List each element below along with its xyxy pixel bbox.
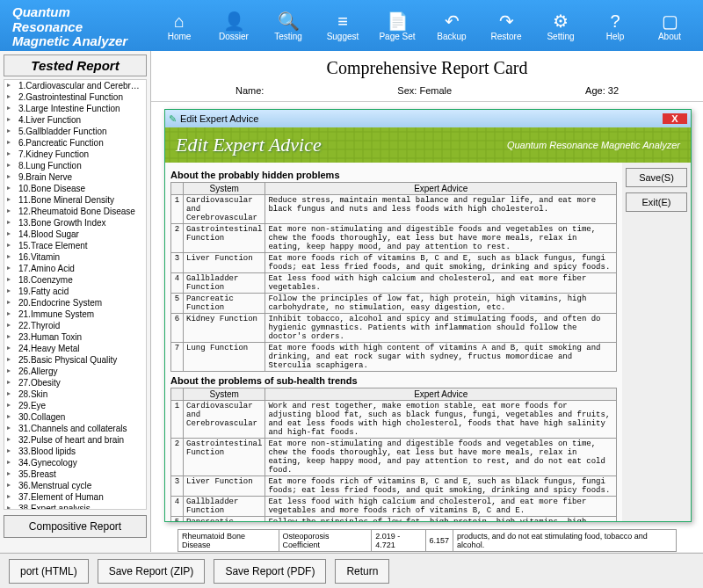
backup-icon: ↶ — [427, 11, 476, 32]
tree-item[interactable]: 17.Amino Acid — [4, 263, 146, 274]
tree-item[interactable]: 1.Cardiovascular and Cerebrovasc — [4, 80, 146, 91]
table-row[interactable]: 2Gastrointestinal FunctionEat more non-s… — [171, 439, 617, 476]
footer-bar: port (HTML) Save Report (ZIP) Save Repor… — [0, 553, 703, 588]
dialog-title-text: Edit Expert Advice — [180, 113, 258, 124]
table-row[interactable]: 3Liver FunctionEat more foods rich of vi… — [171, 253, 617, 273]
tree-item[interactable]: 12.Rheumatoid Bone Disease — [4, 206, 146, 217]
sidebar-title: Tested Report — [4, 54, 147, 76]
app-title: Quantum Resonance Magnetic Analyzer — [12, 5, 142, 49]
table-row[interactable]: 5Pancreatic FunctionFollow the principle… — [171, 517, 617, 522]
nav-restore[interactable]: ↷Restore — [482, 11, 531, 41]
nav-setting[interactable]: ⚙Setting — [536, 11, 585, 41]
background-table: Rheumatoid Bone Disease Osteoporosis Coe… — [178, 529, 677, 552]
tree-item[interactable]: 2.Gastrointestinal Function — [4, 91, 146, 103]
edit-expert-advice-dialog: ✎ Edit Expert Advice X Edit Expert Advic… — [164, 109, 692, 522]
dialog-content: About the probably hidden problems Syste… — [165, 163, 622, 521]
tree-item[interactable]: 19.Fatty acid — [4, 286, 146, 297]
tree-item[interactable]: 4.Liver Function — [4, 114, 146, 126]
save-pdf-button[interactable]: Save Report (PDF) — [214, 559, 326, 584]
compositive-report-button[interactable]: Compositive Report — [4, 515, 147, 538]
tree-item[interactable]: 3.Large Intestine Function — [4, 103, 146, 114]
table-row[interactable]: 1Cardiovascular and CerebrovascularWork … — [171, 401, 617, 439]
sidebar: Tested Report 1.Cardiovascular and Cereb… — [0, 51, 151, 552]
tree-item[interactable]: 26.Allergy — [4, 366, 146, 377]
banner-subtitle: Quantum Resonance Magnetic Analyzer — [507, 140, 680, 150]
home-icon: ⌂ — [155, 11, 204, 32]
card-title: Comprehensive Report Card — [151, 51, 703, 85]
tree-item[interactable]: 8.Lung Function — [4, 160, 146, 171]
dialog-titlebar[interactable]: ✎ Edit Expert Advice X — [165, 110, 691, 127]
save-button[interactable]: Save(S) — [626, 168, 687, 187]
name-label: Name: — [236, 85, 264, 96]
dialog-icon: ✎ — [169, 113, 177, 125]
top-bar: Quantum Resonance Magnetic Analyzer Vers… — [0, 0, 703, 51]
table-row[interactable]: 5Pancreatic FunctionFollow the principle… — [171, 294, 617, 314]
table-row[interactable]: 2Gastrointestinal FunctionEat more non-s… — [171, 224, 617, 253]
tree-item[interactable]: 20.Endocrine System — [4, 297, 146, 309]
suggest-icon: ≡ — [318, 11, 367, 32]
nav-suggest[interactable]: ≡Suggest — [318, 11, 367, 41]
nav-dossier[interactable]: 👤Dossier — [209, 11, 258, 41]
save-zip-button[interactable]: Save Report (ZIP) — [98, 559, 206, 584]
tree-item[interactable]: 10.Bone Disease — [4, 183, 146, 194]
hidden-problems-table: SystemExpert Advice 1Cardiovascular and … — [170, 182, 617, 372]
tree-item[interactable]: 18.Coenzyme — [4, 274, 146, 286]
tree-item[interactable]: 27.Obesity — [4, 377, 146, 388]
restore-icon: ↷ — [482, 11, 531, 32]
return-button[interactable]: Return — [335, 559, 389, 584]
tree-item[interactable]: 37.Element of Human — [4, 491, 146, 503]
tree-item[interactable]: 16.Vitamin — [4, 251, 146, 263]
tree-item[interactable]: 24.Heavy Metal — [4, 343, 146, 354]
table-row[interactable]: 4Gallbladder FunctionEat less food with … — [171, 497, 617, 517]
table-row[interactable]: 6Kidney FunctionInhibit tobacco, alcohol… — [171, 314, 617, 343]
table-row[interactable]: 7Lung FunctionEat more foods with high c… — [171, 343, 617, 372]
exit-button[interactable]: Exit(E) — [626, 192, 687, 212]
brand: Quantum Resonance Magnetic Analyzer Vers… — [0, 0, 155, 51]
tree-item[interactable]: 7.Kidney Function — [4, 149, 146, 160]
tree-item[interactable]: 36.Menstrual cycle — [4, 480, 146, 491]
close-icon[interactable]: X — [663, 113, 687, 124]
nav-page set[interactable]: 📄Page Set — [373, 11, 422, 41]
tree-item[interactable]: 11.Bone Mineral Density — [4, 194, 146, 206]
testing-icon: 🔍 — [264, 11, 313, 32]
save-html-button[interactable]: port (HTML) — [9, 559, 89, 584]
nav-testing[interactable]: 🔍Testing — [264, 11, 313, 41]
tree-item[interactable]: 31.Channels and collaterals — [4, 423, 146, 434]
tree-item[interactable]: 35.Breast — [4, 468, 146, 480]
table-row[interactable]: 3Liver FunctionEat more foods rich of vi… — [171, 476, 617, 497]
tree-item[interactable]: 15.Trace Element — [4, 240, 146, 251]
nav-help[interactable]: ?Help — [591, 11, 640, 41]
tree-item[interactable]: 33.Blood lipids — [4, 446, 146, 457]
setting-icon: ⚙ — [536, 11, 585, 32]
tree-item[interactable]: 23.Human Toxin — [4, 331, 146, 343]
tree-item[interactable]: 25.Basic Physical Quality — [4, 354, 146, 366]
tree-item[interactable]: 22.Thyroid — [4, 320, 146, 331]
dialog-banner: Edit Expert Advice Quantum Resonance Mag… — [165, 127, 691, 163]
table-row[interactable]: 1Cardiovascular and CerebrovascularReduc… — [171, 195, 617, 224]
tree-item[interactable]: 9.Brain Nerve — [4, 171, 146, 183]
tree-item[interactable]: 29.Eye — [4, 400, 146, 411]
tree-item[interactable]: 32.Pulse of heart and brain — [4, 434, 146, 446]
nav-about[interactable]: ▢About — [645, 11, 694, 41]
tree-item[interactable]: 5.Gallbladder Function — [4, 126, 146, 137]
help-icon: ? — [591, 11, 640, 32]
table-row[interactable]: 4Gallbladder FunctionEat less food with … — [171, 273, 617, 294]
tree-item[interactable]: 30.Collagen — [4, 411, 146, 423]
tree-item[interactable]: 21.Immune System — [4, 309, 146, 320]
age-label: Age: 32 — [585, 85, 619, 96]
banner-title: Edit Expert Advice — [176, 134, 322, 156]
page set-icon: 📄 — [373, 11, 422, 32]
report-tree[interactable]: 1.Cardiovascular and Cerebrovasc2.Gastro… — [4, 79, 147, 510]
nav-backup[interactable]: ↶Backup — [427, 11, 476, 41]
tree-item[interactable]: 34.Gynecology — [4, 457, 146, 468]
tree-item[interactable]: 28.Skin — [4, 388, 146, 400]
sex-label: Sex: Female — [397, 85, 452, 96]
tree-item[interactable]: 38.Expert analysis — [4, 503, 146, 510]
tree-item[interactable]: 6.Pancreatic Function — [4, 137, 146, 149]
nav-bar: ⌂Home👤Dossier🔍Testing≡Suggest📄Page Set↶B… — [155, 0, 703, 51]
tree-item[interactable]: 13.Bone Growth Index — [4, 217, 146, 229]
nav-home[interactable]: ⌂Home — [155, 11, 204, 41]
section2-header: About the problems of sub-health trends — [170, 375, 617, 386]
patient-info: Name: Sex: Female Age: 32 — [151, 85, 703, 102]
tree-item[interactable]: 14.Blood Sugar — [4, 229, 146, 240]
